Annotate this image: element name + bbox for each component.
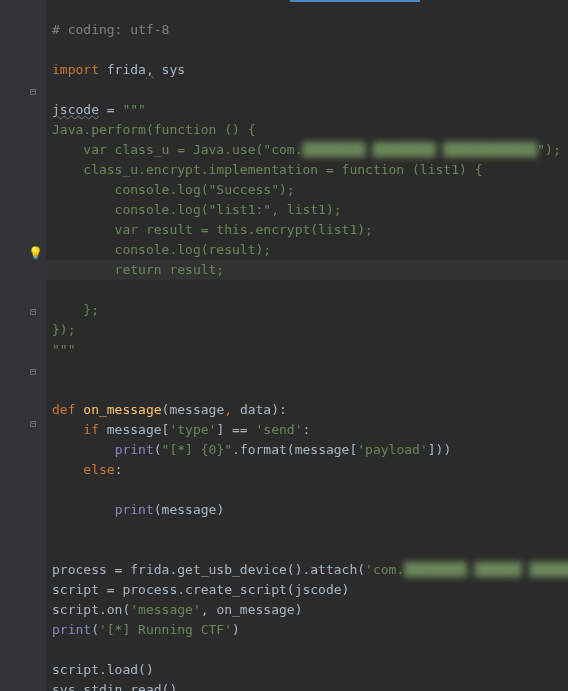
paren: (	[154, 442, 162, 457]
redacted-text: ████████.████████ ████████████	[302, 142, 537, 157]
code-text: script.on(	[52, 602, 130, 617]
code-editor[interactable]: ⊟ ⊟ 💡 ⊟ ⊟ # coding: utf-8 import frida, …	[0, 0, 568, 691]
string: 'message'	[130, 602, 200, 617]
operator: =	[99, 102, 122, 117]
paren: (	[91, 622, 99, 637]
code-text: process = frida.get_usb_device().attach(	[52, 562, 365, 577]
code-area[interactable]: # coding: utf-8 import frida, sys jscode…	[46, 0, 568, 691]
code-text: script = process.create_script(jscode)	[52, 582, 349, 597]
redacted-text: ████████.██████ ███████	[404, 562, 568, 577]
param-data: data	[240, 402, 271, 417]
builtin-print: print	[52, 622, 91, 637]
code-text: , on_message)	[201, 602, 303, 617]
param-message: message	[169, 402, 224, 417]
indent	[52, 442, 115, 457]
string-delim: """	[52, 342, 75, 357]
keyword-import: import	[52, 62, 99, 77]
fold-icon[interactable]: ⊟	[30, 302, 36, 322]
variable-jscode: jscode	[52, 102, 99, 117]
paren-colon: ):	[271, 402, 287, 417]
code-text: ]))	[428, 442, 451, 457]
string: 'com.	[365, 562, 404, 577]
keyword-else: else	[52, 462, 115, 477]
keyword-def: def	[52, 402, 83, 417]
paren: )	[232, 622, 240, 637]
editor-gutter: ⊟ ⊟ 💡 ⊟ ⊟	[0, 0, 46, 691]
code-text: sys.stdin.read()	[52, 682, 177, 691]
intention-bulb-icon[interactable]: 💡	[28, 243, 43, 263]
js-string: console.log(result);	[52, 242, 271, 257]
js-string: };	[52, 302, 99, 317]
string: "[*] {0}"	[162, 442, 232, 457]
js-string: class_u.encrypt.implementation = functio…	[52, 162, 482, 177]
active-tab-indicator	[290, 0, 420, 2]
code-text: message[	[107, 422, 170, 437]
indent	[52, 502, 115, 517]
module-name: sys	[154, 62, 185, 77]
comma-wavy: ,	[146, 62, 154, 77]
code-text: .format(message[	[232, 442, 357, 457]
keyword-if: if	[52, 422, 107, 437]
js-string: Java.perform(function () {	[52, 122, 256, 137]
function-name: on_message	[83, 402, 161, 417]
js-string: ");	[537, 142, 560, 157]
code-text: (message)	[154, 502, 224, 517]
comment: # coding: utf-8	[52, 22, 169, 37]
fold-icon[interactable]: ⊟	[30, 362, 36, 382]
js-string: });	[52, 322, 75, 337]
builtin-print: print	[115, 502, 154, 517]
string: '[*] Running CTF'	[99, 622, 232, 637]
js-string: var result = this.encrypt(list1);	[52, 222, 373, 237]
code-text: script.load()	[52, 662, 154, 677]
string: 'payload'	[357, 442, 427, 457]
string: 'send'	[256, 422, 303, 437]
colon: :	[115, 462, 123, 477]
fold-icon[interactable]: ⊟	[30, 414, 36, 434]
js-string: console.log("list1:", list1);	[52, 202, 342, 217]
string-delim: """	[122, 102, 145, 117]
js-string: console.log("Success");	[52, 182, 295, 197]
js-string: var class_u = Java.use("com.	[52, 142, 302, 157]
js-string: return result;	[52, 262, 224, 277]
module-name: frida	[99, 62, 146, 77]
code-text: ] ==	[216, 422, 255, 437]
fold-icon[interactable]: ⊟	[30, 82, 36, 102]
builtin-print: print	[115, 442, 154, 457]
string: 'type'	[169, 422, 216, 437]
colon: :	[303, 422, 311, 437]
comma: ,	[224, 402, 240, 417]
